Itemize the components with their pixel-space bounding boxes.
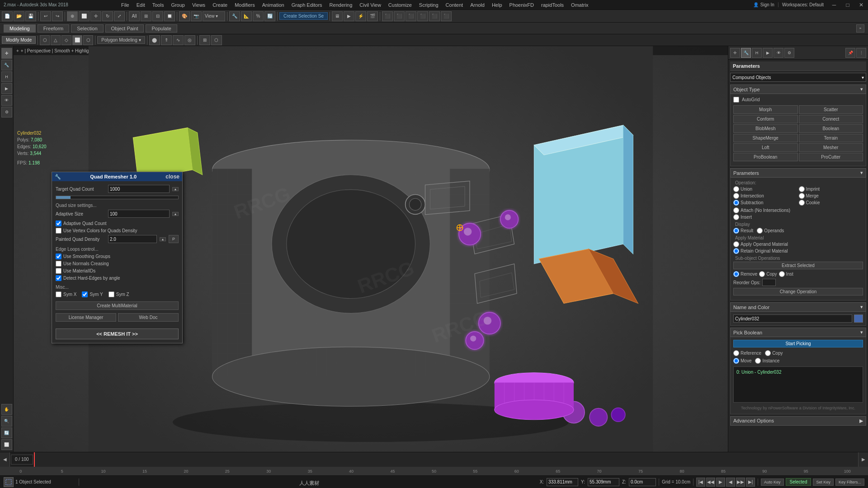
- render-frame-icon[interactable]: 🖥: [332, 11, 343, 21]
- snap-icon[interactable]: 🔲: [164, 11, 175, 21]
- extra-btn-2[interactable]: ⬛: [394, 11, 405, 21]
- advanced-options-header[interactable]: Advanced Options ▶: [730, 416, 866, 426]
- menu-tools[interactable]: Tools: [149, 1, 168, 9]
- menu-modifiers[interactable]: Modifiers: [231, 1, 259, 9]
- autokey-btn[interactable]: Auto Key: [761, 479, 784, 486]
- pick-copy-radio[interactable]: [765, 350, 771, 356]
- insert-option[interactable]: Insert: [733, 214, 863, 220]
- result-option[interactable]: Result: [733, 228, 753, 234]
- menu-customize[interactable]: Customize: [385, 1, 415, 9]
- utilities-tab-icon[interactable]: ⚙: [784, 48, 794, 58]
- menu-graph-editors[interactable]: Graph Editors: [288, 1, 326, 9]
- skip-end-btn[interactable]: ▶|: [746, 478, 755, 487]
- union-radio[interactable]: [733, 186, 739, 192]
- menu-omatrix[interactable]: Omatrix: [567, 1, 592, 9]
- more-options-icon[interactable]: »: [856, 24, 864, 33]
- restore-button[interactable]: □: [841, 0, 854, 10]
- extra-btn-1[interactable]: ⬛: [382, 11, 393, 21]
- populate-tab[interactable]: Populate: [146, 24, 177, 33]
- create-tab-icon[interactable]: ✛: [730, 48, 740, 58]
- paint-deform-icon[interactable]: ⬤: [149, 35, 160, 45]
- motion-panel-icon[interactable]: ▶: [1, 83, 12, 94]
- quad-count-slider[interactable]: [56, 196, 179, 199]
- copy-option[interactable]: Copy: [759, 271, 777, 277]
- quad-close-icon[interactable]: close: [165, 174, 179, 180]
- pick-boolean-header[interactable]: Pick Boolean ▾: [730, 328, 866, 337]
- smoothing-groups-checkbox[interactable]: [56, 253, 61, 259]
- timeline-prev-btn[interactable]: ◀: [0, 452, 10, 467]
- menu-edit[interactable]: Edit: [133, 1, 149, 9]
- connect-btn[interactable]: Connect: [799, 115, 863, 123]
- intersection-radio[interactable]: [733, 193, 739, 199]
- rotate-icon[interactable]: ↻: [102, 11, 113, 21]
- orbit-icon[interactable]: 🔄: [1, 427, 12, 438]
- reference-option[interactable]: Reference: [733, 350, 761, 356]
- close-button[interactable]: ✕: [854, 0, 868, 10]
- insert-radio[interactable]: [733, 214, 739, 220]
- media-icon[interactable]: 🎬: [367, 11, 378, 21]
- apply-operand-radio[interactable]: [733, 241, 739, 247]
- operands-option[interactable]: Operands: [757, 228, 784, 234]
- select-all-icon[interactable]: All: [129, 11, 140, 21]
- adaptive-quad-count-check[interactable]: Adaptive Quad Count: [56, 221, 179, 226]
- viewport[interactable]: + + | Perspective | Smooth + Highlights …: [14, 46, 728, 452]
- merge-radio[interactable]: [799, 193, 805, 199]
- bool-list-item-0[interactable]: 0: Union - Cylinder032: [736, 369, 861, 375]
- adaptive-size-spin-up[interactable]: ▲: [172, 212, 179, 216]
- quad-size-settings-toggle[interactable]: Quad size settings...: [56, 203, 179, 208]
- adaptive-size-input[interactable]: [108, 210, 170, 218]
- set-key-btn[interactable]: Set Key: [813, 479, 834, 486]
- target-quad-count-input[interactable]: [108, 185, 170, 193]
- cookie-radio[interactable]: [799, 200, 805, 206]
- extra-btn-3[interactable]: ⬛: [406, 11, 416, 21]
- vert-mode-icon[interactable]: ⬡: [40, 35, 50, 45]
- mesher-btn[interactable]: Mesher: [799, 143, 863, 152]
- scale-icon[interactable]: ⤢: [114, 11, 125, 21]
- detect-hard-edges-check[interactable]: Detect Hard-Edges by angle: [56, 275, 179, 281]
- menu-help[interactable]: Help: [488, 1, 506, 9]
- change-operation-btn[interactable]: Change Operation: [733, 288, 863, 296]
- normals-creasing-checkbox[interactable]: [56, 261, 61, 267]
- attach-option[interactable]: Attach (No Intersections): [733, 207, 863, 213]
- hierarchy-panel-icon[interactable]: H: [1, 71, 12, 82]
- signin-button[interactable]: 👤 Sign In: [750, 2, 778, 7]
- imprint-radio[interactable]: [799, 186, 805, 192]
- mirror-geo-icon[interactable]: ⊞: [199, 35, 210, 45]
- move-option[interactable]: Move: [733, 358, 751, 364]
- percent-snap-icon[interactable]: %: [253, 11, 264, 21]
- paint-button[interactable]: P: [169, 235, 179, 243]
- relax-icon[interactable]: ∿: [173, 35, 184, 45]
- menu-views[interactable]: Views: [189, 1, 209, 9]
- normals-creasing-check[interactable]: Use Normals Creasing: [56, 261, 179, 267]
- parameters-section-header[interactable]: Parameters ▾: [730, 168, 866, 178]
- operands-radio[interactable]: [757, 228, 763, 234]
- border-mode-icon[interactable]: ◇: [61, 35, 71, 45]
- new-file-icon[interactable]: 📄: [2, 11, 13, 21]
- display-panel-icon[interactable]: 👁: [1, 95, 12, 106]
- move-radio[interactable]: [733, 358, 739, 364]
- spinner-snap-icon[interactable]: 🔄: [264, 11, 275, 21]
- menu-content[interactable]: Content: [442, 1, 467, 9]
- apply-operand-option[interactable]: Apply Operand Material: [733, 241, 863, 247]
- adaptive-quad-count-checkbox[interactable]: [56, 221, 61, 226]
- undo-icon[interactable]: ↩: [40, 11, 51, 21]
- key-filters-btn[interactable]: Key Filters...: [835, 479, 864, 486]
- retain-original-radio[interactable]: [733, 248, 739, 254]
- save-icon[interactable]: 💾: [25, 11, 36, 21]
- procutter-btn[interactable]: ProCutter: [799, 153, 863, 161]
- autogrid-checkbox[interactable]: [733, 97, 739, 103]
- sym-x-checkbox[interactable]: [56, 291, 61, 297]
- quad-dialog-title[interactable]: 🔧 Quad Remesher 1.0 close: [52, 172, 182, 181]
- align-icon[interactable]: ⊟: [152, 11, 163, 21]
- polygon-modeling-btn[interactable]: Polygon Modeling ▾: [97, 36, 145, 44]
- extra-btn-4[interactable]: ⬛: [417, 11, 428, 21]
- create-shape-icon[interactable]: ⬡: [211, 35, 222, 45]
- render-icon[interactable]: ▶: [344, 11, 354, 21]
- object-type-header[interactable]: Object Type ▾: [730, 84, 866, 94]
- reorder-ops-input[interactable]: [762, 279, 776, 286]
- minimize-button[interactable]: ─: [827, 0, 841, 10]
- select-icon[interactable]: ⊕: [67, 11, 78, 21]
- timeline-next-btn[interactable]: ▶: [858, 452, 868, 467]
- prev-frame-btn[interactable]: ◀◀: [706, 478, 715, 487]
- menu-file[interactable]: File: [118, 1, 133, 9]
